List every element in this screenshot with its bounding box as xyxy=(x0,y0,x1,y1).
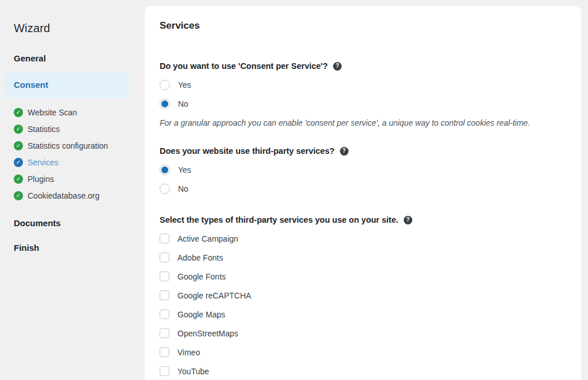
checkbox-icon[interactable] xyxy=(160,309,169,319)
radio-selected-icon[interactable] xyxy=(160,165,170,175)
checkbox-label: Active Campaign xyxy=(177,234,238,243)
page-title: Services xyxy=(160,20,566,32)
checkbox-icon[interactable] xyxy=(160,272,169,281)
sidebar-section-consent-label: Consent xyxy=(14,80,48,90)
radio-group-third-party: Yes No xyxy=(160,160,566,198)
sidebar-item-website-scan[interactable]: Website Scan xyxy=(14,104,131,121)
check-circle-icon xyxy=(14,175,23,184)
checkbox-label: Adobe Fonts xyxy=(177,253,223,262)
radio-option-yes[interactable]: Yes xyxy=(160,160,566,179)
checkbox-group-service-types: Active Campaign Adobe Fonts Google Fonts… xyxy=(160,229,566,380)
checkbox-option-google-maps[interactable]: Google Maps xyxy=(160,305,566,324)
consent-steps-list: Website Scan Statistics Statistics confi… xyxy=(14,104,131,204)
radio-label: No xyxy=(178,184,188,193)
sidebar-section-documents[interactable]: Documents xyxy=(14,218,131,228)
sidebar-item-label: Cookiedatabase.org xyxy=(28,191,99,200)
check-circle-icon xyxy=(14,158,23,167)
checkbox-icon[interactable] xyxy=(160,347,169,357)
checkbox-label: Google Maps xyxy=(177,310,225,319)
sidebar-section-consent[interactable]: Consent xyxy=(5,71,130,98)
question-consent-per-service: Do you want to use 'Consent per Service'… xyxy=(160,60,566,129)
help-icon[interactable] xyxy=(340,147,349,156)
checkbox-label: YouTube xyxy=(177,367,209,376)
checkbox-icon[interactable] xyxy=(160,366,169,376)
radio-icon[interactable] xyxy=(160,80,170,90)
services-panel: Services Do you want to use 'Consent per… xyxy=(145,6,581,380)
question-help-note: For a granular approach you can enable '… xyxy=(160,117,566,129)
radio-label: Yes xyxy=(178,80,191,90)
sidebar-item-cookiedatabase[interactable]: Cookiedatabase.org xyxy=(14,187,131,204)
checkbox-label: OpenStreetMaps xyxy=(177,329,238,338)
radio-label: Yes xyxy=(178,165,191,175)
sidebar-item-label: Statistics xyxy=(28,125,60,134)
question-label: Does your website use third-party servic… xyxy=(160,145,335,157)
sidebar-item-services[interactable]: Services xyxy=(14,154,131,170)
question-label: Do you want to use 'Consent per Service'… xyxy=(160,60,328,72)
checkbox-label: Vimeo xyxy=(177,348,200,357)
question-third-party-services: Does your website use third-party servic… xyxy=(160,145,566,198)
check-circle-icon xyxy=(14,125,23,134)
checkbox-label: Google Fonts xyxy=(177,272,226,281)
sidebar-item-plugins[interactable]: Plugins xyxy=(14,170,131,187)
radio-selected-icon[interactable] xyxy=(160,99,170,109)
checkbox-label: Google reCAPTCHA xyxy=(177,291,251,300)
sidebar-item-statistics[interactable]: Statistics xyxy=(14,121,131,137)
checkbox-option-openstreetmaps[interactable]: OpenStreetMaps xyxy=(160,324,566,343)
sidebar-item-label: Services xyxy=(28,158,59,167)
checkbox-icon[interactable] xyxy=(160,234,169,243)
checkbox-option-vimeo[interactable]: Vimeo xyxy=(160,343,566,362)
checkbox-option-youtube[interactable]: YouTube xyxy=(160,362,566,380)
radio-option-no[interactable]: No xyxy=(160,179,566,198)
checkbox-icon[interactable] xyxy=(160,290,169,300)
radio-option-no[interactable]: No xyxy=(160,94,566,113)
wizard-sidebar: Wizard General Consent Website Scan Stat… xyxy=(0,0,145,380)
checkbox-option-google-fonts[interactable]: Google Fonts xyxy=(160,267,566,286)
checkbox-icon[interactable] xyxy=(160,253,169,262)
sidebar-section-finish[interactable]: Finish xyxy=(14,243,131,253)
sidebar-title: Wizard xyxy=(14,22,131,35)
checkbox-option-active-campaign[interactable]: Active Campaign xyxy=(160,229,566,248)
sidebar-item-label: Plugins xyxy=(28,175,54,184)
radio-option-yes[interactable]: Yes xyxy=(160,75,566,94)
checkbox-icon[interactable] xyxy=(160,328,169,338)
radio-label: No xyxy=(178,99,188,108)
help-icon[interactable] xyxy=(404,216,412,224)
sidebar-item-statistics-configuration[interactable]: Statistics configuration xyxy=(14,137,131,154)
check-circle-icon xyxy=(14,141,23,150)
radio-icon[interactable] xyxy=(160,184,170,194)
sidebar-item-label: Statistics configuration xyxy=(28,141,108,150)
radio-group-consent-per-service: Yes No xyxy=(160,75,566,113)
checkbox-option-google-recaptcha[interactable]: Google reCAPTCHA xyxy=(160,286,566,305)
help-icon[interactable] xyxy=(333,62,342,71)
wizard-page: Wizard General Consent Website Scan Stat… xyxy=(0,0,588,380)
sidebar-item-label: Website Scan xyxy=(28,108,77,117)
check-circle-icon xyxy=(14,191,23,200)
checkbox-option-adobe-fonts[interactable]: Adobe Fonts xyxy=(160,248,566,267)
question-label: Select the types of third-party services… xyxy=(160,214,399,226)
check-circle-icon xyxy=(14,108,23,117)
sidebar-section-general[interactable]: General xyxy=(14,53,131,63)
question-select-service-types: Select the types of third-party services… xyxy=(160,214,566,380)
